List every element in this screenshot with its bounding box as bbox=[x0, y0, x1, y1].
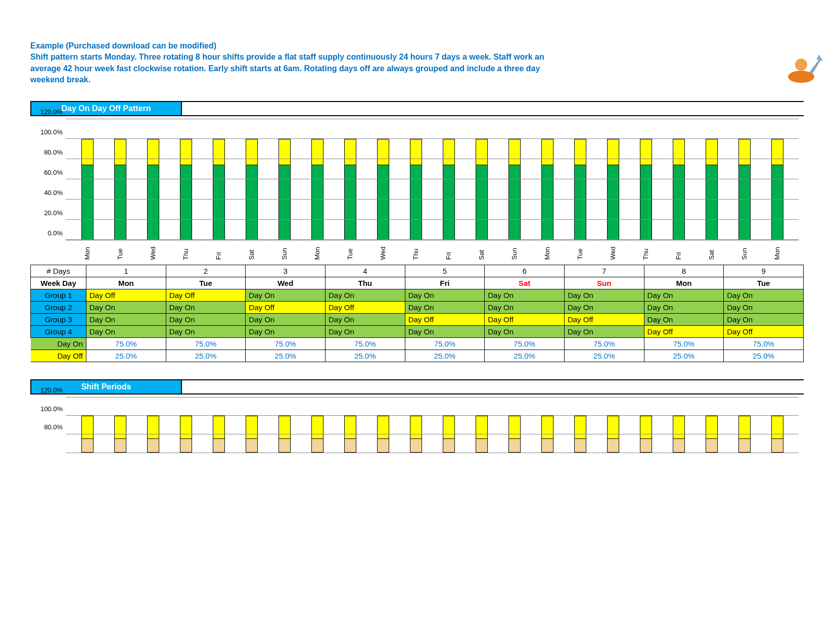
bar-slot bbox=[71, 119, 104, 240]
bar-segment-yellow bbox=[180, 416, 192, 438]
bar bbox=[771, 139, 783, 239]
x-label-slot: Sat bbox=[235, 243, 268, 260]
shift-cell: Day Off bbox=[246, 302, 326, 314]
group-label: Group 1 bbox=[31, 289, 86, 302]
bar-slot bbox=[399, 398, 432, 453]
x-label: Mon bbox=[313, 247, 321, 260]
y-tick: 80.0% bbox=[44, 148, 63, 156]
day-number: 9 bbox=[724, 265, 804, 277]
bar-segment-on bbox=[608, 165, 619, 239]
bar bbox=[213, 139, 225, 239]
bar-segment-lower bbox=[673, 438, 684, 452]
bar-segment-yellow bbox=[476, 416, 487, 438]
bar-segment-off bbox=[608, 139, 619, 164]
bar bbox=[508, 139, 521, 239]
x-label-slot: Mon bbox=[761, 243, 794, 260]
bar bbox=[81, 139, 94, 239]
bar-segment-off bbox=[542, 139, 553, 164]
header-block: Example (Purchased download can be modif… bbox=[30, 40, 804, 86]
summary-pct: 75.0% bbox=[644, 338, 724, 350]
bar-segment-off bbox=[246, 139, 257, 164]
bar bbox=[114, 139, 126, 239]
x-label-slot: Thu bbox=[629, 243, 662, 260]
shift-cell: Day On bbox=[246, 326, 326, 338]
chart-day-pattern: 0.0%20.0%40.0%60.0%80.0%100.0%120.0% bbox=[30, 119, 804, 240]
gridline bbox=[66, 119, 799, 119]
x-label-slot: Fri bbox=[662, 243, 695, 260]
gridline bbox=[66, 239, 799, 240]
bar-segment-yellow bbox=[575, 416, 586, 438]
bar-slot bbox=[334, 398, 366, 453]
summary-pct: 25.0% bbox=[405, 350, 485, 362]
shift-cell: Day On bbox=[166, 302, 246, 314]
summary-pct: 25.0% bbox=[564, 350, 644, 362]
summary-pct: 75.0% bbox=[405, 338, 485, 350]
shift-cell: Day On bbox=[405, 289, 485, 302]
weekday-label: Week Day bbox=[31, 277, 86, 289]
bar-segment-yellow bbox=[148, 416, 159, 438]
day-number: 4 bbox=[325, 265, 405, 277]
bar-slot bbox=[465, 398, 498, 453]
bar-segment-off bbox=[509, 139, 520, 164]
x-label-slot: Thu bbox=[399, 243, 432, 260]
bar bbox=[640, 139, 652, 239]
svg-point-1 bbox=[795, 59, 807, 71]
x-label: Sat bbox=[248, 250, 255, 260]
shift-cell: Day On bbox=[564, 302, 644, 314]
bar-segment-yellow bbox=[378, 416, 389, 438]
bar-segment-yellow bbox=[673, 416, 684, 438]
bar-segment-lower bbox=[378, 438, 389, 452]
shift-cell: Day On bbox=[246, 314, 326, 326]
group-label: Group 2 bbox=[31, 302, 86, 314]
bar-segment-on bbox=[509, 165, 520, 239]
shift-cell: Day On bbox=[166, 314, 246, 326]
summary-pct: 25.0% bbox=[325, 350, 405, 362]
bar-segment-off bbox=[378, 139, 389, 164]
bar-slot bbox=[596, 119, 629, 240]
shift-cell: Day Off bbox=[564, 314, 644, 326]
bar bbox=[180, 139, 192, 239]
day-number: 5 bbox=[405, 265, 485, 277]
bar-segment-yellow bbox=[509, 416, 520, 438]
bar-segment-off bbox=[772, 139, 783, 164]
bar-segment-on bbox=[82, 165, 93, 239]
row-group: Group 2Day OnDay OnDay OffDay OffDay OnD… bbox=[31, 302, 804, 314]
gridline bbox=[66, 219, 799, 220]
chart-shift-periods: 80.0%100.0%120.0% bbox=[30, 398, 804, 453]
y-tick: 80.0% bbox=[44, 423, 63, 431]
gridline bbox=[66, 397, 799, 398]
shift-cell: Day On bbox=[86, 302, 166, 314]
chart1-x-labels-wrap: MonTueWedThuFriSatSunMonTueWedThuFriSatS… bbox=[30, 243, 804, 260]
x-label: Mon bbox=[543, 247, 551, 260]
summary-pct: 75.0% bbox=[246, 338, 326, 350]
summary-label: Day Off bbox=[31, 350, 86, 362]
x-label-slot: Thu bbox=[169, 243, 202, 260]
x-label-slot: Sat bbox=[465, 243, 498, 260]
bar bbox=[377, 139, 389, 239]
bar-segment-lower bbox=[148, 438, 159, 452]
x-label: Sun bbox=[511, 248, 518, 260]
y-tick: 120.0% bbox=[40, 108, 63, 115]
gridline bbox=[66, 138, 799, 139]
weekday: Sun bbox=[564, 277, 644, 289]
x-label-slot: Tue bbox=[564, 243, 596, 260]
bar-slot bbox=[695, 119, 728, 240]
bar-slot bbox=[104, 398, 136, 453]
bar-segment-lower bbox=[213, 438, 224, 452]
bar-segment-lower bbox=[739, 438, 750, 452]
bar bbox=[443, 139, 455, 239]
bar-segment-yellow bbox=[410, 416, 422, 438]
bar-slot bbox=[564, 119, 596, 240]
chart2-bars bbox=[66, 398, 799, 453]
x-label: Thu bbox=[412, 249, 420, 260]
bar-segment-off bbox=[148, 139, 159, 164]
bar-segment-lower bbox=[410, 438, 422, 452]
shift-cell: Day On bbox=[564, 326, 644, 338]
bar-segment-lower bbox=[345, 438, 356, 452]
x-label: Tue bbox=[346, 249, 354, 260]
bar-segment-lower bbox=[115, 438, 126, 452]
bar-segment-lower bbox=[542, 438, 553, 452]
bar-segment-yellow bbox=[213, 416, 224, 438]
bar-segment-off bbox=[180, 139, 192, 164]
bar-slot bbox=[564, 398, 596, 453]
